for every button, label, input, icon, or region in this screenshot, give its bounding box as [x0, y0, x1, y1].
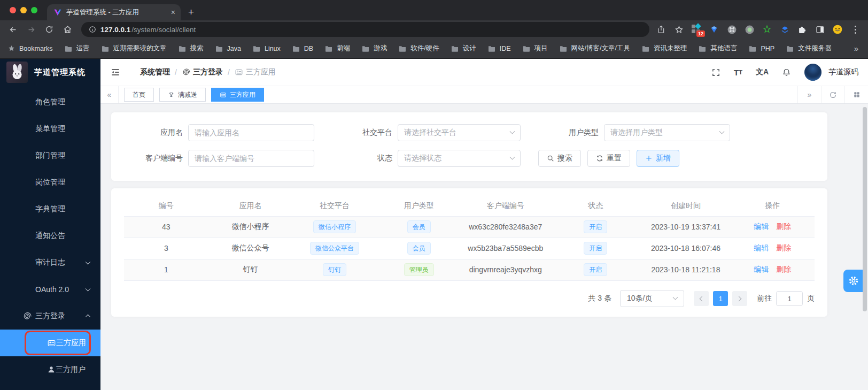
user-type-select[interactable]: 请选择用户类型: [604, 124, 730, 141]
sidebar-item-notice[interactable]: 通知公告: [0, 223, 100, 249]
goto-page-input[interactable]: [776, 291, 803, 306]
home-icon[interactable]: [60, 22, 75, 37]
browser-tab[interactable]: 芋道管理系统 - 三方应用 ×: [47, 4, 181, 20]
tags-scroll-left-icon[interactable]: «: [100, 86, 119, 103]
extensions-puzzle-icon[interactable]: [797, 24, 808, 35]
bookmark-folder[interactable]: 前端: [324, 44, 350, 53]
user-name[interactable]: 芋道源码: [828, 67, 858, 77]
scrollbar-thumb[interactable]: [863, 107, 867, 311]
bookmark-folder[interactable]: 网站/博客/文章/工具: [559, 44, 630, 53]
edit-link[interactable]: 编辑: [754, 243, 769, 252]
bookmark-folder[interactable]: 其他语言: [698, 44, 737, 53]
extension-star-icon[interactable]: [762, 24, 772, 35]
address-bar[interactable]: 127.0.0.1 /system/social/client: [81, 22, 649, 37]
breadcrumb-social-login[interactable]: 三方登录: [182, 67, 223, 77]
status-select[interactable]: 请选择状态: [398, 150, 521, 167]
bookmark-folder[interactable]: 软件/硬件: [398, 44, 439, 53]
bookmark-folder[interactable]: 文件服务器: [786, 44, 832, 53]
sidebar-item-oauth[interactable]: OAuth 2.0: [0, 276, 100, 303]
avatar[interactable]: [804, 64, 821, 81]
extension-record-icon[interactable]: [744, 24, 755, 35]
delete-link[interactable]: 删除: [776, 243, 791, 252]
prev-page-button[interactable]: [694, 291, 709, 306]
delete-link[interactable]: 删除: [776, 265, 791, 273]
sidebar-item-social-client[interactable]: 三方应用: [0, 330, 100, 356]
bookmark-folder[interactable]: 设计: [451, 44, 476, 53]
minimize-window-button[interactable]: [20, 7, 27, 13]
tab-title: 芋道管理系统 - 三方应用: [66, 8, 167, 17]
forward-icon[interactable]: [24, 22, 38, 37]
edit-link[interactable]: 编辑: [754, 265, 769, 273]
layout-grid-icon[interactable]: [844, 86, 868, 103]
page-number-active[interactable]: 1: [713, 291, 728, 306]
site-info-icon[interactable]: [89, 26, 96, 33]
refresh-page-icon[interactable]: [821, 86, 844, 103]
share-icon[interactable]: [656, 24, 666, 35]
app-logo-row[interactable]: 芋道管理系统: [0, 59, 100, 86]
bookmark-star-icon[interactable]: [673, 24, 684, 35]
bookmark-folder[interactable]: 项目: [522, 44, 548, 53]
app-name-input[interactable]: [195, 128, 308, 137]
close-window-button[interactable]: [10, 7, 16, 13]
tag-home[interactable]: 首页: [124, 88, 154, 102]
bookmark-folder[interactable]: 资讯未整理: [641, 44, 687, 53]
sidebar-item-audit-log[interactable]: 审计日志: [0, 249, 100, 276]
tag-social-client[interactable]: 三方应用: [211, 88, 264, 102]
browser-toolbar: 127.0.0.1 /system/social/client 12: [0, 20, 868, 39]
bookmarks-overflow-icon[interactable]: »: [854, 44, 858, 53]
browser-menu-icon[interactable]: [850, 26, 861, 34]
breadcrumb-separator: /: [228, 68, 230, 77]
reset-button[interactable]: 重置: [587, 150, 630, 167]
tag-discount[interactable]: 满减送: [159, 88, 206, 102]
fullscreen-icon[interactable]: [711, 68, 720, 77]
bookmark-folder[interactable]: 游戏: [361, 44, 387, 53]
platform-select[interactable]: 请选择社交平台: [398, 124, 521, 141]
next-page-button[interactable]: [732, 291, 747, 306]
language-icon[interactable]: 文A: [756, 67, 769, 77]
sidebar-item-social-login[interactable]: 三方登录: [0, 303, 100, 330]
page-size-select[interactable]: 10条/页: [620, 290, 684, 307]
sidebar-item-social-user[interactable]: 三方用户: [0, 356, 100, 383]
back-icon[interactable]: [5, 22, 20, 37]
sidebar-item-dict[interactable]: 字典管理: [0, 196, 100, 223]
bookmark-folder[interactable]: Java: [215, 44, 241, 53]
bell-icon[interactable]: [782, 68, 791, 77]
sidebar-item-dept[interactable]: 部门管理: [0, 142, 100, 169]
sidebar-item-post[interactable]: 岗位管理: [0, 169, 100, 196]
gear-icon: [848, 276, 859, 286]
bookmark-folder[interactable]: DB: [292, 44, 313, 53]
extension-gem-icon[interactable]: [709, 24, 719, 35]
breadcrumb-system[interactable]: 系统管理: [140, 67, 170, 77]
font-size-icon[interactable]: TT: [734, 68, 742, 77]
bookmarks-root[interactable]: Bookmarks: [7, 44, 53, 52]
extension-layers-icon[interactable]: [779, 24, 790, 35]
add-button[interactable]: 新增: [637, 150, 679, 167]
toolbar-actions: 12: [656, 24, 863, 35]
bookmark-folder[interactable]: Linux: [252, 44, 281, 53]
bookmark-folder[interactable]: 近期需要读的文章: [101, 44, 167, 53]
profile-avatar-icon[interactable]: [832, 24, 843, 35]
settings-fab[interactable]: [843, 270, 864, 292]
sidebar-item-role[interactable]: 角色管理: [0, 89, 100, 116]
new-tab-button[interactable]: +: [188, 5, 194, 19]
delete-link[interactable]: 删除: [776, 222, 791, 231]
extension-command-icon[interactable]: [726, 24, 737, 35]
breadcrumb-social-client: 三方应用: [235, 67, 276, 77]
extension-grid-icon[interactable]: 12: [691, 24, 702, 35]
sidebar-item-menu[interactable]: 菜单管理: [0, 116, 100, 142]
maximize-window-button[interactable]: [31, 7, 37, 13]
side-panel-icon[interactable]: [815, 24, 825, 35]
tags-scroll-right-icon[interactable]: »: [797, 86, 821, 103]
close-tab-icon[interactable]: ×: [171, 8, 175, 17]
search-button[interactable]: 搜索: [538, 150, 581, 167]
collapse-sidebar-icon[interactable]: [110, 67, 121, 78]
reload-icon[interactable]: [42, 22, 57, 37]
edit-link[interactable]: 编辑: [754, 222, 769, 231]
bookmark-folder[interactable]: 搜索: [178, 44, 204, 53]
bookmark-folder[interactable]: 运营: [64, 44, 90, 53]
client-id-input[interactable]: [195, 154, 308, 163]
bookmark-folder[interactable]: IDE: [487, 44, 511, 53]
folder-icon: [748, 44, 757, 53]
window-controls[interactable]: [10, 7, 37, 13]
bookmark-folder[interactable]: PHP: [748, 44, 774, 53]
